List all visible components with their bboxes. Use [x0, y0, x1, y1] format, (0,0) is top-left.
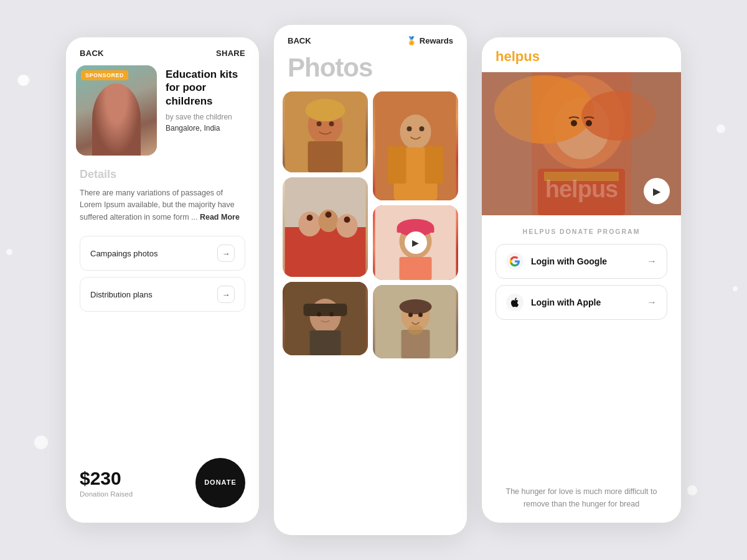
card-helpus-login: helpus helpus	[482, 37, 681, 523]
login-apple-left: Login with Apple	[506, 294, 601, 311]
svg-point-40	[408, 325, 423, 335]
svg-point-48	[586, 120, 592, 126]
photo-grid: ▶	[274, 91, 467, 535]
decorative-dot	[716, 124, 725, 133]
photo-thumb-1[interactable]	[283, 91, 368, 172]
svg-rect-51	[482, 72, 532, 215]
helpus-logo: helpus	[496, 49, 667, 65]
card1-footer: $230 Donation Raised DonaTE	[66, 448, 259, 523]
photo-thumb-2[interactable]	[373, 91, 458, 200]
decorative-dot	[17, 75, 29, 86]
login-apple-label: Login with Apple	[531, 297, 601, 307]
decorative-dot	[733, 286, 738, 291]
svg-point-37	[400, 299, 432, 314]
card-photos: BACK 🏅 Rewards Photos	[274, 25, 467, 535]
svg-point-11	[307, 215, 313, 221]
photo-thumb-3[interactable]	[283, 177, 368, 277]
svg-rect-29	[400, 257, 432, 280]
svg-point-21	[400, 114, 431, 149]
svg-point-18	[317, 312, 321, 317]
video-play-button[interactable]: ▶	[644, 178, 670, 204]
svg-point-5	[329, 121, 334, 126]
logo-black-text: help	[496, 49, 524, 64]
distribution-plans-label: Distribution plans	[90, 290, 153, 299]
svg-point-12	[326, 212, 332, 218]
svg-point-47	[571, 120, 577, 126]
details-heading: Details	[80, 168, 245, 181]
apple-icon	[506, 294, 524, 311]
distribution-plans-item[interactable]: Distribution plans →	[80, 277, 245, 312]
logo-orange-text: us	[524, 49, 540, 64]
card1-header: BACK SHARE	[66, 37, 259, 65]
svg-rect-24	[425, 146, 444, 184]
rewards-label: Rewards	[420, 36, 453, 45]
photo-svg-5	[283, 282, 368, 355]
login-google-left: Login with Google	[506, 253, 607, 270]
card-campaign-detail: BACK SHARE SPONSORED Education kits for …	[66, 37, 259, 523]
donation-amount: $230	[80, 468, 133, 489]
google-icon	[506, 253, 524, 270]
photo-thumb-6[interactable]	[373, 285, 458, 358]
donation-raised-label: Donation Raised	[80, 490, 133, 498]
campaign-links-list: Campaings photos → Distribution plans →	[66, 230, 259, 318]
back-button[interactable]: BACK	[288, 36, 311, 45]
read-more-link[interactable]: Read More	[200, 213, 240, 222]
campaigns-photos-item[interactable]: Campaings photos →	[80, 236, 245, 271]
svg-point-4	[317, 121, 322, 126]
rewards-emoji: 🏅	[406, 36, 416, 45]
photo-svg-2	[373, 91, 458, 200]
campaign-image: SPONSORED	[76, 65, 157, 156]
card3-header: helpus	[482, 37, 681, 72]
decorative-dot	[6, 249, 12, 255]
rewards-badge[interactable]: 🏅 Rewards	[406, 36, 453, 45]
svg-point-39	[418, 313, 423, 317]
svg-point-19	[329, 312, 334, 317]
login-google-button[interactable]: Login with Google →	[496, 244, 667, 279]
svg-rect-16	[310, 330, 341, 355]
campaigns-photos-arrow[interactable]: →	[217, 245, 235, 262]
decorative-dot	[34, 436, 48, 449]
login-apple-arrow: →	[647, 297, 657, 308]
login-google-label: Login with Google	[531, 256, 607, 266]
hero-watermark: helpus	[545, 176, 618, 203]
campaign-location: Bangalore, India	[166, 124, 249, 133]
svg-point-3	[306, 99, 345, 121]
campaign-description: There are many variations of passages of…	[80, 187, 245, 223]
svg-point-26	[420, 126, 425, 131]
login-options-list: Login with Google → Login with Apple →	[482, 244, 681, 320]
campaign-organizer: by save the children	[166, 113, 249, 121]
video-play-button[interactable]: ▶	[405, 231, 427, 254]
card1-hero: SPONSORED Education kits for poor childr…	[66, 65, 259, 166]
svg-rect-17	[304, 304, 347, 316]
svg-point-13	[344, 217, 350, 223]
svg-rect-23	[388, 146, 406, 184]
hero-video-thumbnail: helpus ▶	[482, 72, 681, 215]
share-button[interactable]: SHARE	[216, 49, 245, 58]
photos-title: Photos	[274, 50, 467, 91]
donate-button[interactable]: DonaTE	[195, 458, 245, 508]
login-apple-button[interactable]: Login with Apple →	[496, 285, 667, 320]
card2-header: BACK 🏅 Rewards	[274, 25, 467, 50]
login-google-arrow: →	[647, 256, 657, 267]
apple-logo-svg	[509, 297, 520, 308]
back-button[interactable]: BACK	[80, 49, 104, 58]
photo-thumb-4[interactable]: ▶	[373, 205, 458, 280]
details-section: Details There are many variations of pas…	[66, 166, 259, 230]
photo-col-left	[283, 91, 368, 535]
campaign-info: Education kits for poor childrens by sav…	[166, 65, 249, 133]
program-label: HELPUS DONATE PROGRAM	[482, 215, 681, 244]
decorative-dot	[687, 485, 697, 495]
campaign-title: Education kits for poor childrens	[166, 68, 249, 108]
svg-point-25	[407, 126, 412, 131]
svg-point-38	[408, 313, 413, 317]
google-g-svg	[509, 256, 520, 267]
distribution-plans-arrow[interactable]: →	[217, 286, 235, 303]
photo-svg-6	[373, 285, 458, 358]
photo-svg-3	[283, 177, 368, 277]
photo-col-right: ▶	[373, 91, 458, 535]
donation-info: $230 Donation Raised	[80, 468, 133, 498]
photo-svg-1	[283, 91, 368, 172]
photo-thumb-5[interactable]	[283, 282, 368, 355]
campaigns-photos-label: Campaings photos	[90, 249, 157, 258]
inspirational-quote: The hunger for love is much more difficu…	[482, 474, 681, 523]
